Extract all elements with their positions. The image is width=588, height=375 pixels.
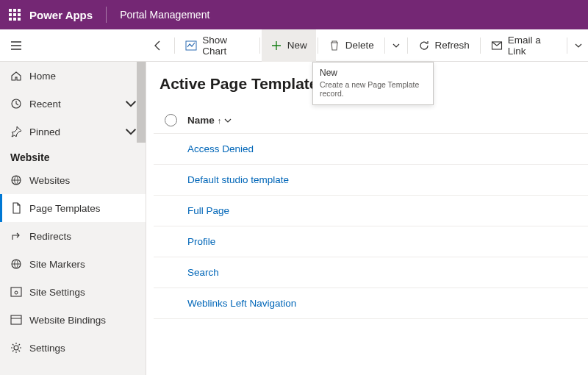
- sidebar-item-home[interactable]: Home: [0, 62, 146, 90]
- plus-icon: [270, 40, 282, 51]
- record-link[interactable]: Full Page: [154, 205, 229, 216]
- column-header-name[interactable]: Name ↑: [187, 115, 232, 126]
- table-header: Name ↑: [154, 107, 588, 134]
- content-area: Active Page Templates Name ↑ Access Deni…: [146, 62, 588, 375]
- separator: [480, 38, 481, 54]
- separator: [318, 38, 318, 54]
- svg-rect-7: [11, 315, 21, 324]
- separator: [407, 38, 408, 54]
- scrollbar[interactable]: [137, 62, 146, 143]
- globe-icon: [10, 174, 22, 186]
- pin-icon: [10, 126, 22, 138]
- command-bar: Show Chart New Delete Refresh Email a Li…: [0, 29, 588, 62]
- sidebar-label: Page Templates: [29, 203, 101, 214]
- trash-icon: [329, 40, 340, 51]
- sidebar-label: Website Bindings: [29, 315, 106, 326]
- chevron-down-icon: [392, 42, 400, 49]
- sidebar: Home Recent Pinned Website Websites Page…: [0, 62, 146, 375]
- main-area: Home Recent Pinned Website Websites Page…: [0, 62, 588, 375]
- sidebar-item-pinned[interactable]: Pinned: [0, 118, 146, 146]
- sidebar-group-website: Website: [0, 146, 146, 166]
- circle-icon: [165, 114, 177, 126]
- page-icon: [10, 202, 22, 214]
- show-chart-button[interactable]: Show Chart: [176, 29, 258, 62]
- chevron-down-icon: [125, 98, 137, 110]
- sidebar-item-page-templates[interactable]: Page Templates: [0, 194, 146, 222]
- chevron-down-icon: [125, 126, 137, 138]
- record-link[interactable]: Default studio template: [154, 174, 289, 185]
- svg-point-8: [14, 346, 18, 350]
- hamburger-icon: [10, 40, 22, 51]
- waffle-icon: [9, 9, 21, 21]
- app-header: Power Apps Portal Management: [0, 0, 588, 29]
- chart-icon: [185, 40, 197, 51]
- record-link[interactable]: Weblinks Left Navigation: [154, 298, 296, 309]
- hamburger-button[interactable]: [0, 29, 32, 62]
- home-icon: [10, 70, 22, 82]
- back-button[interactable]: [143, 29, 173, 62]
- tooltip: New Create a new Page Template record.: [312, 62, 434, 105]
- globe-icon: [10, 258, 22, 270]
- new-label: New: [287, 40, 307, 51]
- redirect-icon: [10, 230, 22, 242]
- bindings-icon: [10, 314, 22, 326]
- sidebar-label: Settings: [29, 343, 65, 354]
- sidebar-label: Websites: [29, 175, 70, 186]
- module-name: Portal Management: [107, 9, 209, 21]
- sidebar-item-websites[interactable]: Websites: [0, 166, 146, 194]
- delete-label: Delete: [345, 40, 374, 51]
- table-row[interactable]: Search: [154, 257, 588, 288]
- sidebar-label: Site Settings: [29, 287, 85, 298]
- record-link[interactable]: Access Denied: [154, 143, 254, 154]
- sidebar-label: Pinned: [29, 126, 60, 138]
- mail-icon: [491, 40, 503, 51]
- separator: [174, 38, 175, 54]
- arrow-left-icon: [152, 40, 164, 51]
- app-name[interactable]: Power Apps: [29, 9, 106, 21]
- table-row[interactable]: Profile: [154, 226, 588, 257]
- email-link-button[interactable]: Email a Link: [482, 29, 565, 62]
- sidebar-item-website-bindings[interactable]: Website Bindings: [0, 306, 146, 334]
- separator: [259, 38, 260, 54]
- select-all-toggle[interactable]: [154, 114, 187, 126]
- delete-button[interactable]: Delete: [320, 29, 383, 62]
- column-name-label: Name: [187, 115, 215, 126]
- settings-window-icon: [10, 286, 22, 298]
- svg-point-6: [15, 291, 18, 294]
- sidebar-item-recent[interactable]: Recent: [0, 90, 146, 118]
- sidebar-item-site-settings[interactable]: Site Settings: [0, 278, 146, 306]
- refresh-label: Refresh: [435, 40, 470, 51]
- email-link-label: Email a Link: [508, 35, 556, 57]
- table-row[interactable]: Full Page: [154, 196, 588, 226]
- tooltip-desc: Create a new Page Template record.: [320, 80, 426, 98]
- refresh-button[interactable]: Refresh: [409, 29, 478, 62]
- sidebar-label: Redirects: [29, 231, 71, 242]
- chevron-down-icon: [575, 42, 582, 49]
- sidebar-label: Home: [29, 71, 56, 82]
- record-link[interactable]: Profile: [154, 236, 215, 247]
- sidebar-item-settings[interactable]: Settings: [0, 334, 146, 362]
- delete-dropdown-button[interactable]: [387, 29, 406, 62]
- sort-asc-icon: ↑: [218, 116, 222, 125]
- gear-icon: [10, 342, 22, 354]
- table-row[interactable]: Weblinks Left Navigation: [154, 288, 588, 319]
- separator: [384, 38, 385, 54]
- clock-icon: [10, 98, 22, 110]
- svg-rect-5: [11, 288, 21, 296]
- table-row[interactable]: Access Denied: [154, 134, 588, 165]
- app-launcher-button[interactable]: [0, 0, 29, 29]
- sidebar-label: Recent: [29, 99, 61, 110]
- sidebar-item-redirects[interactable]: Redirects: [0, 222, 146, 250]
- record-link[interactable]: Search: [154, 267, 219, 278]
- tooltip-title: New: [320, 68, 426, 78]
- new-button[interactable]: New: [262, 29, 316, 62]
- chevron-down-icon: [224, 117, 232, 124]
- sidebar-label: Site Markers: [29, 259, 85, 270]
- email-link-dropdown-button[interactable]: [569, 29, 588, 62]
- separator: [567, 38, 567, 54]
- refresh-icon: [418, 40, 430, 51]
- table-row[interactable]: Default studio template: [154, 165, 588, 196]
- sidebar-item-site-markers[interactable]: Site Markers: [0, 250, 146, 278]
- show-chart-label: Show Chart: [202, 35, 249, 57]
